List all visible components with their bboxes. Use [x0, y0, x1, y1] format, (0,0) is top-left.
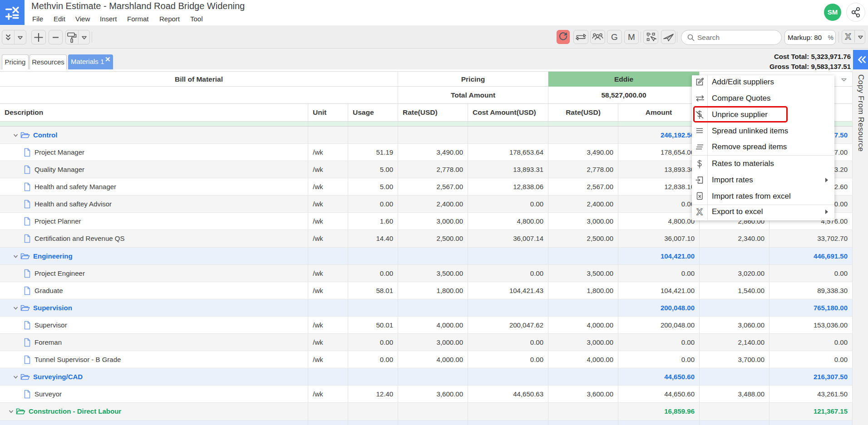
svg-text:X: X: [696, 207, 703, 217]
